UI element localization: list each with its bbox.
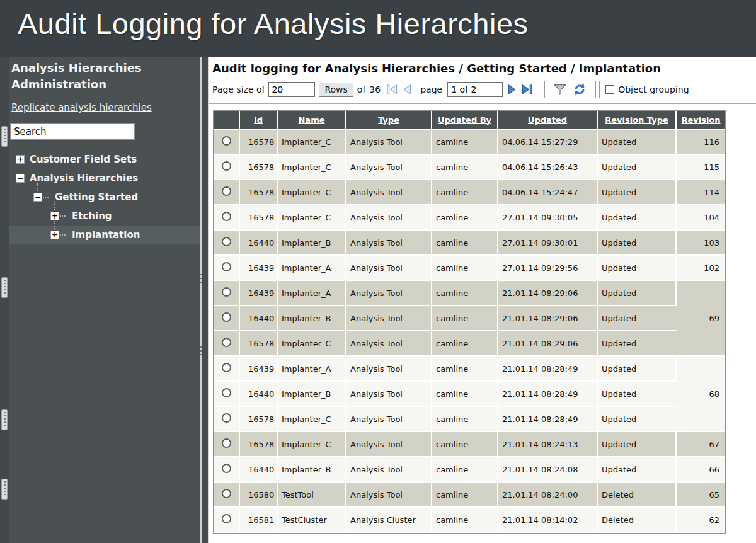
row-updated-by: camline (432, 306, 498, 331)
tree-item-etching[interactable]: +Etching (9, 207, 200, 226)
row-radio-button[interactable] (222, 262, 231, 272)
table-row[interactable]: 16578Implanter_CAnalysis Toolcamline21.0… (214, 331, 725, 357)
row-radio-button[interactable] (222, 161, 231, 171)
toolbar-separator (541, 81, 545, 98)
page-size-input[interactable] (268, 82, 315, 97)
table-row[interactable]: 16578Implanter_CAnalysis Toolcamline21.0… (214, 432, 725, 457)
of-label: of (357, 84, 366, 94)
table-row[interactable]: 16580TestToolAnalysis Toolcamline21.01.1… (214, 483, 725, 508)
table-row[interactable]: 16581TestClusterAnalysis Clustercamline2… (214, 508, 725, 533)
row-id: 16580 (240, 483, 278, 508)
sidebar-splitter[interactable] (200, 57, 208, 543)
row-radio-button[interactable] (222, 186, 231, 196)
row-revision: 66 (677, 457, 725, 483)
panel-resize-grip[interactable] (1, 126, 8, 147)
row-updated: 21.01.14 08:24:00 (498, 483, 598, 508)
row-type: Analysis Tool (346, 306, 432, 331)
row-type: Analysis Tool (346, 256, 432, 281)
row-id: 16439 (240, 281, 278, 306)
splitter-grip[interactable] (200, 346, 202, 357)
column-header-revision-type[interactable]: Revision Type (598, 111, 677, 130)
row-updated-by: camline (432, 256, 498, 281)
row-radio-button[interactable] (222, 489, 231, 498)
expand-icon[interactable]: + (50, 212, 59, 220)
tree-item-implantation[interactable]: +Implantation (9, 226, 200, 244)
row-updated-by: camline (432, 231, 498, 256)
column-header-updated-by[interactable]: Updated By (432, 111, 498, 130)
table-row[interactable]: 16440Implanter_BAnalysis Toolcamline21.0… (214, 457, 725, 483)
row-id: 16578 (240, 205, 278, 231)
table-row[interactable]: 16440Implanter_BAnalysis Toolcamline21.0… (214, 306, 725, 331)
page-number-input[interactable] (447, 82, 503, 97)
expand-icon[interactable]: + (50, 231, 59, 239)
object-grouping-checkbox[interactable] (605, 85, 614, 94)
collapse-icon[interactable]: − (33, 193, 42, 202)
row-updated: 04.06.14 15:27:29 (498, 130, 598, 155)
table-row[interactable]: 16578Implanter_CAnalysis Toolcamline04.0… (214, 130, 725, 155)
table-row[interactable]: 16578Implanter_CAnalysis Toolcamline04.0… (214, 155, 725, 180)
row-radio-button[interactable] (222, 338, 231, 347)
row-radio-button[interactable] (222, 413, 231, 423)
row-type: Analysis Tool (346, 130, 432, 155)
row-type: Analysis Tool (346, 231, 432, 256)
row-radio-button[interactable] (222, 464, 231, 473)
row-radio-button[interactable] (222, 212, 231, 221)
content-heading: Audit logging for Analysis Hierarchies /… (209, 57, 756, 75)
tree-item-label: Implantation (72, 229, 140, 241)
row-updated: 04.06.14 15:24:47 (498, 180, 598, 205)
column-header-name[interactable]: Name (278, 111, 346, 130)
table-row[interactable]: 16440Implanter_BAnalysis Toolcamline27.0… (214, 231, 725, 256)
object-grouping-toggle[interactable]: Object grouping (605, 84, 689, 94)
row-radio-button[interactable] (222, 363, 231, 372)
row-name: Implanter_C (278, 180, 346, 205)
first-page-button[interactable] (386, 84, 398, 95)
row-revision-type: Updated (598, 155, 677, 180)
tree-item-customer-field-sets[interactable]: +Customer Field Sets (9, 150, 200, 169)
panel-resize-grip[interactable] (1, 409, 8, 430)
row-revision-type: Updated (598, 457, 677, 483)
row-revision: 103 (677, 231, 725, 256)
previous-page-button[interactable] (402, 84, 412, 95)
row-radio-button[interactable] (222, 514, 231, 523)
table-row[interactable]: 16439Implanter_AAnalysis Toolcamline21.0… (214, 281, 725, 306)
row-radio-button[interactable] (222, 438, 231, 448)
row-updated-by: camline (432, 457, 498, 483)
tree-connector (43, 197, 49, 198)
column-header-revision[interactable]: Revision (677, 111, 725, 130)
row-type: Analysis Tool (346, 457, 432, 483)
row-revision: 65 (677, 483, 725, 508)
table-row[interactable]: 16578Implanter_CAnalysis Toolcamline04.0… (214, 180, 725, 205)
left-edge-strip (0, 57, 9, 543)
table-row[interactable]: 16578Implanter_CAnalysis Toolcamline21.0… (214, 407, 725, 432)
refresh-icon[interactable] (572, 83, 587, 96)
rows-button[interactable]: Rows (319, 83, 353, 97)
row-updated-by: camline (432, 357, 498, 382)
splitter-grip[interactable] (200, 274, 202, 284)
last-page-button[interactable] (521, 84, 533, 95)
panel-resize-grip[interactable] (1, 479, 8, 500)
filter-icon[interactable] (553, 83, 567, 96)
row-radio-button[interactable] (222, 136, 231, 146)
row-updated-by: camline (432, 205, 498, 231)
next-page-button[interactable] (507, 84, 517, 95)
row-id: 16578 (240, 180, 278, 205)
replicate-hierarchies-link[interactable]: Replicate analysis hierarchies (11, 102, 152, 113)
row-id: 16439 (240, 357, 278, 382)
row-radio-button[interactable] (222, 388, 231, 397)
row-radio-button[interactable] (222, 312, 231, 322)
expand-icon[interactable]: + (16, 155, 25, 164)
panel-resize-grip[interactable] (1, 277, 8, 298)
collapse-icon[interactable]: − (16, 174, 25, 183)
table-row[interactable]: 16578Implanter_CAnalysis Toolcamline27.0… (214, 205, 725, 231)
table-row[interactable]: 16440Implanter_BAnalysis Toolcamline21.0… (214, 382, 725, 407)
row-type: Analysis Tool (346, 407, 432, 432)
table-row[interactable]: 16439Implanter_AAnalysis Toolcamline21.0… (214, 357, 725, 382)
column-header-updated[interactable]: Updated (498, 111, 598, 130)
column-header-type[interactable]: Type (346, 111, 432, 130)
search-input[interactable] (10, 123, 135, 140)
tree-item-getting-started[interactable]: −Getting Started (9, 188, 200, 207)
row-radio-button[interactable] (222, 237, 231, 246)
table-row[interactable]: 16439Implanter_AAnalysis Toolcamline27.0… (214, 256, 725, 281)
column-header-id[interactable]: Id (240, 111, 278, 130)
row-radio-button[interactable] (222, 287, 231, 297)
